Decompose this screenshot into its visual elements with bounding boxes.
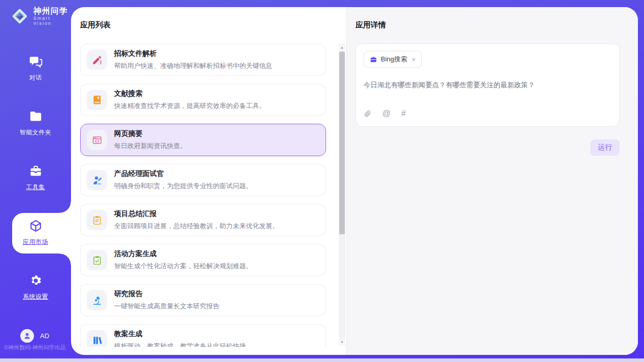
app-detail-title: 应用详情 — [355, 20, 620, 30]
user-row[interactable]: AD — [20, 329, 49, 343]
app-list-item[interactable]: 产品经理面试官明确身份和职责，为您提供专业性的面试问题。 — [80, 164, 326, 196]
gear-icon — [29, 274, 43, 287]
app-detail-panel: 应用详情 Bing搜索 × 今日湖北有哪些新闻要点？有哪些需要关注的最新政策？ … — [346, 7, 638, 355]
app-logo: 神州问学 Smart Vision — [10, 7, 71, 26]
scrollbar-down-button[interactable]: ▼ — [339, 338, 345, 346]
cube-icon — [29, 219, 43, 233]
at-mention-icon[interactable]: @ — [382, 109, 390, 118]
app-list: 招标文件解析帮助用户快速、准确地理解和解析招标书中的关键信息文献搜索快速精准查找… — [80, 44, 346, 347]
app-item-description: 一键智能生成高质量长文本研究报告 — [114, 302, 220, 311]
app-list-item[interactable]: 活动方案生成智能生成个性化活动方案，轻松解决规划难题。 — [80, 244, 326, 276]
scrollbar-up-button[interactable]: ▲ — [339, 44, 345, 51]
sidebar-item-market[interactable]: 应用市场 — [0, 219, 71, 246]
app-list-item[interactable]: 文献搜索快速精准查找学术资源，提高研究效率的必备工具。 — [80, 84, 326, 116]
sidebar-item-label: 系统设置 — [0, 293, 71, 301]
app-item-name: 文献搜索 — [114, 89, 266, 98]
prompt-card: Bing搜索 × 今日湖北有哪些新闻要点？有哪些需要关注的最新政策？ @ # — [355, 44, 620, 127]
sidebar-item-label: 应用市场 — [0, 238, 71, 246]
app-item-description: 快速精准查找学术资源，提高研究效率的必备工具。 — [114, 101, 266, 111]
books-icon — [87, 330, 107, 347]
hash-topic-icon[interactable]: # — [401, 109, 406, 118]
app-item-name: 网页摘要 — [114, 129, 187, 138]
sidebar-item-tools[interactable]: 工具集 — [0, 164, 71, 192]
briefcase-icon — [370, 56, 377, 63]
interviewer-icon — [87, 170, 107, 190]
browser-code-icon — [87, 130, 107, 150]
app-list-item[interactable]: 招标文件解析帮助用户快速、准确地理解和解析招标书中的关键信息 — [80, 44, 326, 76]
clipboard-check-icon — [87, 250, 107, 270]
app-list-item[interactable]: 教案生成模板驱动，教案秒成，教学准备从此轻松快捷 — [80, 324, 326, 347]
app-item-description: 智能生成个性化活动方案，轻松解决规划难题。 — [114, 262, 253, 271]
app-item-name: 研究报告 — [114, 289, 220, 299]
chat-icon — [29, 55, 43, 68]
app-item-description: 明确身份和职责，为您提供专业性的面试问题。 — [114, 182, 253, 191]
gem-logo-icon — [10, 7, 29, 26]
avatar[interactable] — [20, 329, 34, 343]
app-list-item[interactable]: 项目总结汇报全面回顾项目进展，总结经验教训，助力未来优化发展。 — [80, 204, 326, 236]
app-list-panel: 应用列表 招标文件解析帮助用户快速、准确地理解和解析招标书中的关键信息文献搜索快… — [71, 7, 346, 355]
logo-subtitle: Smart Vision — [33, 16, 71, 26]
app-item-name: 产品经理面试官 — [114, 169, 253, 178]
clipboard-text-icon — [87, 210, 107, 230]
app-item-description: 模板驱动，教案秒成，教学准备从此轻松快捷 — [114, 342, 246, 347]
sidebar-item-label: 对话 — [0, 74, 71, 82]
app-list-item[interactable]: 研究报告一键智能生成高质量长文本研究报告 — [80, 284, 326, 316]
bottom-edge-strip — [0, 358, 644, 362]
sidebar: 神州问学 Smart Vision 对话智能文件夹工具集应用市场系统设置 AD … — [0, 0, 71, 358]
sidebar-item-chat[interactable]: 对话 — [0, 55, 71, 82]
app-item-name: 教案生成 — [114, 330, 246, 339]
folder-icon — [29, 110, 43, 123]
sidebar-item-label: 智能文件夹 — [0, 128, 71, 137]
app-item-name: 招标文件解析 — [114, 49, 272, 58]
app-item-description: 每日政府新闻资讯快查。 — [114, 141, 187, 151]
app-list-title: 应用列表 — [80, 20, 346, 30]
app-item-description: 帮助用户快速、准确地理解和解析招标书中的关键信息 — [114, 61, 272, 70]
chip-close-icon[interactable]: × — [412, 56, 416, 63]
app-item-name: 活动方案生成 — [114, 249, 253, 259]
logo-title: 神州问学 — [33, 7, 71, 16]
attachment-toolbar: @ # — [364, 109, 612, 120]
edit-square-icon — [87, 50, 107, 70]
user-name: AD — [40, 332, 49, 340]
tool-chip-bing-search[interactable]: Bing搜索 × — [364, 51, 422, 68]
sidebar-item-settings[interactable]: 系统设置 — [0, 274, 71, 301]
scrollbar-thumb[interactable] — [339, 52, 345, 234]
sidebar-item-folders[interactable]: 智能文件夹 — [0, 110, 71, 137]
paperclip-icon[interactable] — [364, 110, 372, 118]
copyright-footer: ©神州数码·神州问学出品 — [4, 344, 66, 351]
app-list-item[interactable]: 网页摘要每日政府新闻资讯快查。 — [80, 124, 326, 156]
scrollbar[interactable]: ▲ ▼ — [339, 44, 345, 346]
main-frame: 应用列表 招标文件解析帮助用户快速、准确地理解和解析招标书中的关键信息文献搜索快… — [71, 7, 638, 355]
book-icon — [87, 90, 107, 110]
toolbox-icon — [29, 164, 43, 178]
app-item-name: 项目总结汇报 — [114, 209, 279, 219]
microscope-icon — [87, 290, 107, 310]
sidebar-item-label: 工具集 — [0, 183, 71, 192]
query-text-input[interactable]: 今日湖北有哪些新闻要点？有哪些需要关注的最新政策？ — [364, 81, 612, 109]
run-button[interactable]: 运行 — [590, 139, 620, 156]
app-item-description: 全面回顾项目进展，总结经验教训，助力未来优化发展。 — [114, 222, 279, 231]
tool-chip-label: Bing搜索 — [381, 55, 407, 64]
